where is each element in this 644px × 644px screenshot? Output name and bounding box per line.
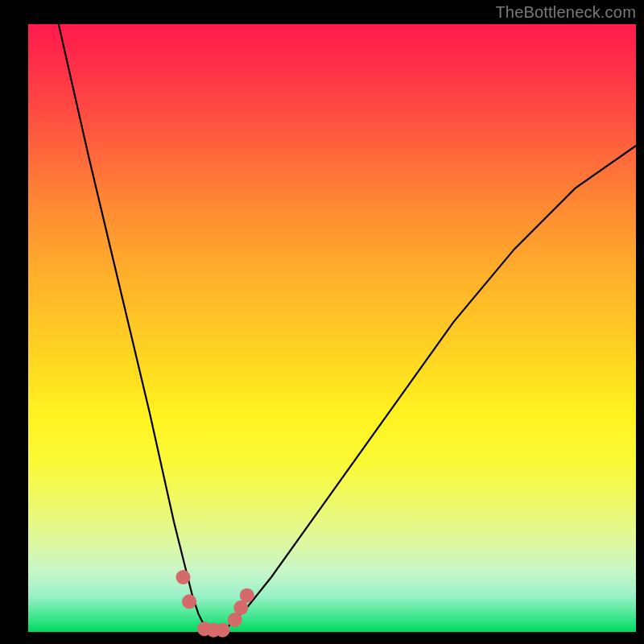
plot-area [28,24,636,632]
watermark-text: TheBottleneck.com [495,3,636,22]
valley-marker [182,594,196,609]
valley-marker [216,623,230,638]
valley-marker [240,588,254,603]
valley-marker [176,570,191,584]
bottleneck-curve [59,24,636,632]
chart-canvas: TheBottleneck.com [0,0,644,644]
plot-overlay [28,24,636,632]
valley-markers [176,570,254,638]
